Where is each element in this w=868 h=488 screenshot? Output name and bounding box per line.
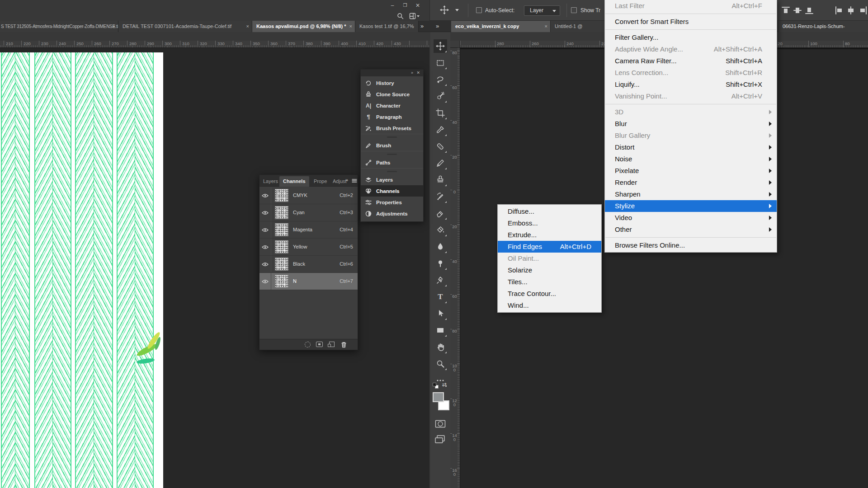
horizontal-ruler[interactable]: 200 210 220 230 240 250 260 270 280 290 … xyxy=(0,41,429,48)
menu-item-wind[interactable]: Wind... xyxy=(498,300,601,311)
save-selection-as-channel-icon[interactable] xyxy=(316,342,323,347)
show-transform-checkbox[interactable] xyxy=(571,7,577,13)
menu-item-blur[interactable]: Blur xyxy=(605,118,777,130)
menu-item-video[interactable]: Video xyxy=(605,212,777,224)
dock-item-clone-source[interactable]: Clone Source xyxy=(361,89,423,100)
eraser-tool[interactable] xyxy=(434,206,447,220)
dock-item-brush-presets[interactable]: Brush Presets xyxy=(361,122,423,134)
dock-item-paragraph[interactable]: ¶Paragraph xyxy=(361,111,423,122)
visibility-eye-icon[interactable] xyxy=(259,204,271,221)
tab-channels[interactable]: Channels xyxy=(279,176,309,187)
channel-row-n-selected[interactable]: N Ctrl+7 xyxy=(259,273,358,290)
tab-layers[interactable]: Layers xyxy=(259,176,282,187)
hand-tool[interactable] xyxy=(434,340,447,354)
align-vertical-centers-icon[interactable] xyxy=(793,6,802,15)
tool-preset-caret-icon[interactable] xyxy=(455,9,459,11)
auto-select-target-dropdown[interactable]: Layer xyxy=(524,5,560,16)
pencil-tool[interactable] xyxy=(434,156,447,170)
lasso-tool[interactable] xyxy=(434,73,447,86)
menu-item-pixelate[interactable]: Pixelate xyxy=(605,165,777,177)
zoom-tool[interactable] xyxy=(434,357,447,371)
dock-item-brush[interactable]: Brush xyxy=(361,140,423,151)
menu-item-browse-filters-online[interactable]: Browse Filters Online... xyxy=(605,239,777,251)
spot-healing-brush-tool[interactable] xyxy=(434,140,447,153)
channel-row-magenta[interactable]: Magenta Ctrl+4 xyxy=(259,221,358,239)
menu-item-trace-contour[interactable]: Trace Contour... xyxy=(498,288,601,300)
dock-item-channels-active[interactable]: Channels xyxy=(361,185,423,197)
type-tool[interactable]: T xyxy=(434,290,447,304)
swap-colors-icon[interactable]: ⇄ xyxy=(442,381,447,388)
dock-item-layers[interactable]: Layers xyxy=(361,174,423,185)
pen-tool[interactable] xyxy=(434,273,447,287)
dock-collapse-chevron[interactable]: » xyxy=(411,70,413,76)
blur-tool[interactable] xyxy=(434,240,447,253)
new-channel-icon[interactable] xyxy=(329,342,335,347)
menu-item-solarize[interactable]: Solarize xyxy=(498,264,601,276)
path-selection-tool[interactable] xyxy=(434,307,447,320)
panel-menu-icon[interactable] xyxy=(352,178,357,183)
menu-item-other[interactable]: Other xyxy=(605,224,777,235)
align-left-edges-icon[interactable] xyxy=(835,6,844,15)
menu-item-extrude[interactable]: Extrude... xyxy=(498,229,601,241)
load-selection-icon[interactable] xyxy=(305,342,311,347)
menu-item-filter-gallery[interactable]: Filter Gallery... xyxy=(605,32,777,43)
tab-overflow-chevron[interactable]: » xyxy=(420,23,423,29)
default-colors-icon[interactable] xyxy=(432,382,439,389)
tab-properties[interactable]: Prope xyxy=(310,176,330,187)
visibility-eye-icon[interactable] xyxy=(259,187,271,204)
rectangle-tool[interactable] xyxy=(434,324,447,337)
document-canvas[interactable] xyxy=(0,52,163,488)
channel-row-cyan[interactable]: Cyan Ctrl+3 xyxy=(259,204,358,221)
ruler-origin-box[interactable] xyxy=(450,41,460,48)
dock-item-history[interactable]: History xyxy=(361,77,423,89)
paint-bucket-tool[interactable] xyxy=(434,223,447,237)
visibility-eye-icon[interactable] xyxy=(259,221,271,238)
document-tab[interactable]: DETAIL TEST 0307101-Academia-Taupe-Colef… xyxy=(118,21,252,32)
auto-select-checkbox[interactable] xyxy=(476,7,482,13)
menu-item-convert-smart-filters[interactable]: Convert for Smart Filters xyxy=(605,16,777,28)
dock-item-character[interactable]: A|Character xyxy=(361,100,423,111)
dock-item-properties[interactable]: Properties xyxy=(361,197,423,208)
close-button[interactable]: ✕ xyxy=(413,1,422,9)
menu-item-find-edges[interactable]: Find EdgesAlt+Ctrl+D xyxy=(498,241,601,253)
channel-row-yellow[interactable]: Yellow Ctrl+5 xyxy=(259,239,358,256)
delete-channel-trash-icon[interactable] xyxy=(341,342,347,348)
document-tab[interactable]: 06631-Renzo-Lapis-Schum- xyxy=(778,21,868,32)
document-tab-active[interactable]: Kaasos apvalimui.psd @ 6,98% (N/8) * × xyxy=(252,21,355,32)
visibility-eye-icon[interactable] xyxy=(259,273,271,290)
menu-item-tiles[interactable]: Tiles... xyxy=(498,276,601,288)
align-right-edges-icon[interactable] xyxy=(859,6,868,15)
menu-item-stylize[interactable]: Stylize xyxy=(605,200,777,212)
menu-item-render[interactable]: Render xyxy=(605,177,777,188)
visibility-eye-icon[interactable] xyxy=(259,239,271,255)
menu-item-distort[interactable]: Distort xyxy=(605,141,777,153)
menu-item-camera-raw-filter[interactable]: Camera Raw Filter...Shift+Ctrl+A xyxy=(605,55,777,67)
quick-selection-tool[interactable] xyxy=(434,89,447,103)
align-horizontal-centers-icon[interactable] xyxy=(846,6,855,15)
crop-tool[interactable] xyxy=(434,106,447,120)
tab-close-icon[interactable]: × xyxy=(545,21,547,32)
clone-stamp-tool[interactable] xyxy=(434,173,447,187)
document-tab[interactable]: S TEST 312505-Atmosfera-MidnightCopper-Z… xyxy=(0,21,118,32)
tab-close-icon[interactable]: × xyxy=(113,21,115,32)
tab-close-icon[interactable]: × xyxy=(349,21,352,32)
menu-item-emboss[interactable]: Emboss... xyxy=(498,217,601,229)
marquee-tool[interactable] xyxy=(434,56,447,70)
screen-mode-icon[interactable] xyxy=(434,435,445,444)
dock-close-icon[interactable]: ✕ xyxy=(416,70,420,76)
dodge-tool[interactable] xyxy=(434,257,447,270)
channel-row-cmyk[interactable]: CMYK Ctrl+2 xyxy=(259,187,358,204)
menu-item-sharpen[interactable]: Sharpen xyxy=(605,188,777,200)
toolbar-collapse-chevron[interactable]: » xyxy=(436,23,438,29)
workspace-icon[interactable] xyxy=(409,13,416,19)
foreground-color-swatch[interactable] xyxy=(433,392,444,402)
channel-row-black[interactable]: Black Ctrl+6 xyxy=(259,256,358,273)
visibility-eye-icon[interactable] xyxy=(259,256,271,272)
panel-collapse-chevron[interactable]: » xyxy=(345,177,347,183)
vertical-ruler[interactable]: 80 60 40 20 0 20 40 60 80 100 120 140 16… xyxy=(450,48,460,488)
eyedropper-tool[interactable] xyxy=(434,123,447,136)
restore-button[interactable]: ❐ xyxy=(401,1,410,9)
menu-item-liquify[interactable]: Liquify...Shift+Ctrl+X xyxy=(605,79,777,90)
align-bottom-edges-icon[interactable] xyxy=(805,6,814,15)
menu-item-diffuse[interactable]: Diffuse... xyxy=(498,206,601,217)
